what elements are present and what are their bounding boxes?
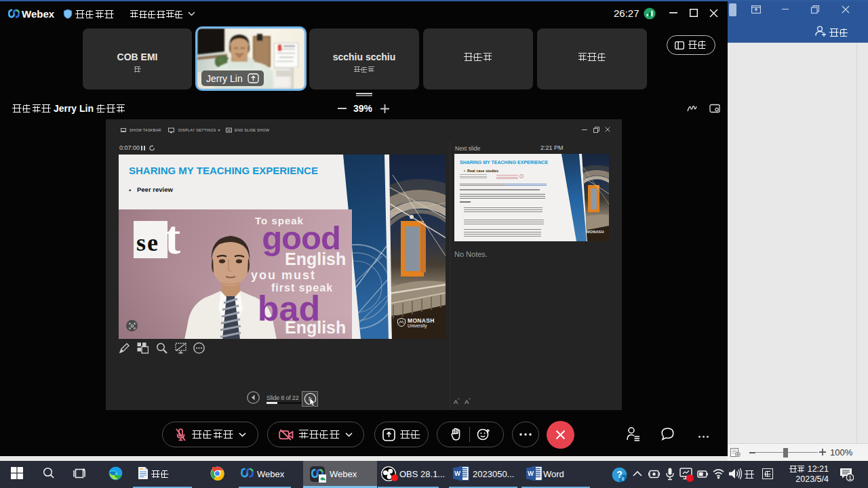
svg-text:1: 1 bbox=[848, 474, 852, 481]
svg-text:i: i bbox=[622, 476, 623, 482]
